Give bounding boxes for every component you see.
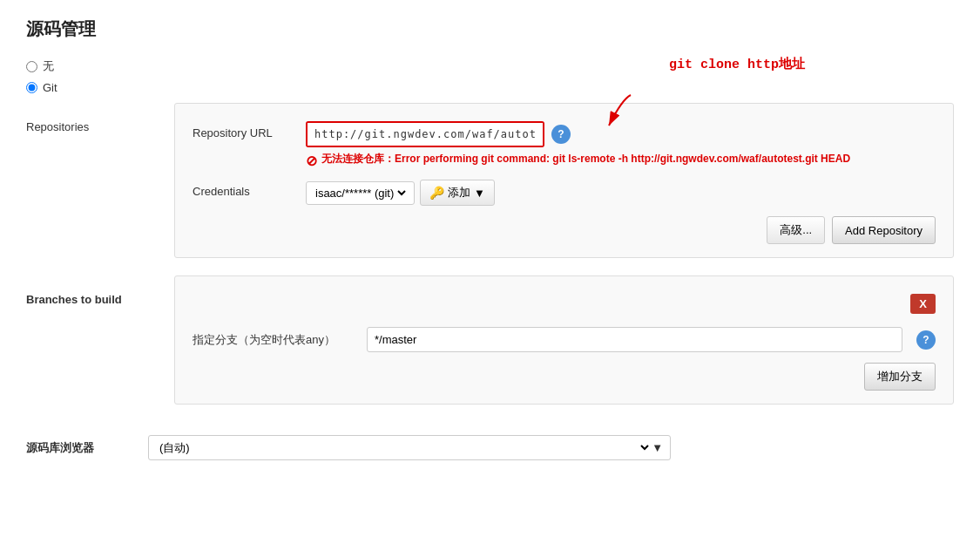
browser-dropdown-icon: ▼	[652, 441, 663, 454]
source-browser-section-label: 源码库浏览器	[26, 440, 148, 456]
radio-git-label: Git	[43, 81, 57, 94]
branch-input[interactable]	[367, 327, 902, 352]
radio-git[interactable]: Git	[26, 81, 954, 94]
branches-content: X 指定分支（为空时代表any） ? 增加分支	[148, 275, 954, 422]
url-input-wrapper	[306, 121, 544, 147]
add-credentials-label: 添加	[448, 185, 470, 201]
repositories-label-text: Repositories	[26, 120, 89, 133]
repo-url-label: Repository URL	[193, 121, 306, 139]
repo-url-row: Repository URL ? ⊘ 无法连接仓库	[193, 121, 936, 169]
radio-none-input[interactable]	[26, 61, 37, 72]
scm-radio-group: 无 Git	[26, 58, 954, 94]
branch-field: ?	[367, 327, 936, 352]
page-container: 源码管理 无 Git Repositories git clone http地址	[0, 0, 980, 544]
browser-select-wrapper[interactable]: (自动) githubweb gitoriousweb cgit fisheye…	[148, 435, 671, 460]
radio-git-input[interactable]	[26, 82, 37, 93]
repo-button-row: 高级... Add Repository	[193, 216, 936, 244]
repositories-outer: Repositories git clone http地址	[26, 103, 954, 275]
delete-branch-button[interactable]: X	[910, 294, 936, 314]
credentials-controls: isaac/****** (git) 🔑 添加 ▼	[306, 180, 936, 206]
source-browser-outer: 源码库浏览器 (自动) githubweb gitoriousweb cgit …	[26, 435, 954, 460]
branch-button-row: 增加分支	[193, 363, 936, 391]
page-title: 源码管理	[26, 17, 954, 41]
source-browser-field: (自动) githubweb gitoriousweb cgit fisheye…	[148, 435, 954, 460]
credentials-select-wrapper[interactable]: isaac/****** (git)	[306, 181, 415, 205]
credentials-field: isaac/****** (git) 🔑 添加 ▼	[306, 180, 936, 206]
radio-none[interactable]: 无	[26, 58, 954, 74]
annotation-label: git clone http地址	[669, 58, 805, 72]
source-browser-label: 源码库浏览器	[26, 441, 94, 454]
advanced-button[interactable]: 高级...	[767, 216, 825, 244]
add-credentials-button[interactable]: 🔑 添加 ▼	[420, 180, 495, 206]
error-text: 无法连接仓库：Error performing git command: git…	[321, 152, 850, 167]
credentials-label: Credentials	[193, 180, 306, 198]
add-dropdown-arrow: ▼	[474, 187, 485, 200]
radio-none-label: 无	[43, 58, 54, 74]
repo-url-help-icon[interactable]: ?	[551, 125, 571, 144]
credentials-select[interactable]: isaac/****** (git)	[312, 186, 409, 201]
key-icon: 🔑	[429, 186, 444, 200]
repositories-content: git clone http地址	[148, 103, 954, 275]
add-repository-button[interactable]: Add Repository	[832, 216, 936, 244]
branch-input-row: 指定分支（为空时代表any） ?	[193, 327, 936, 352]
annotation-arrow	[578, 91, 648, 137]
branch-help-icon[interactable]: ?	[916, 330, 936, 350]
add-branch-button[interactable]: 增加分支	[864, 363, 936, 391]
branches-label-text: Branches to build	[26, 293, 122, 306]
error-icon: ⊘	[306, 153, 317, 169]
branches-header: X	[193, 294, 936, 314]
browser-select[interactable]: (自动) githubweb gitoriousweb cgit fisheye…	[156, 440, 652, 455]
annotation-text: git clone http地址	[669, 56, 805, 72]
branch-label: 指定分支（为空时代表any）	[193, 327, 367, 348]
repositories-section-label: Repositories	[26, 103, 148, 275]
branches-panel: X 指定分支（为空时代表any） ? 增加分支	[174, 275, 954, 405]
url-annotation-container: git clone http地址	[193, 121, 936, 169]
repo-url-input[interactable]	[308, 123, 543, 146]
credentials-row: Credentials isaac/****** (git) 🔑 添加	[193, 180, 936, 206]
branches-section-label: Branches to build	[26, 275, 148, 422]
repositories-panel: git clone http地址	[174, 103, 954, 258]
repo-url-error: ⊘ 无法连接仓库：Error performing git command: g…	[306, 152, 936, 169]
branches-outer: Branches to build X 指定分支（为空时代表any） ?	[26, 275, 954, 422]
